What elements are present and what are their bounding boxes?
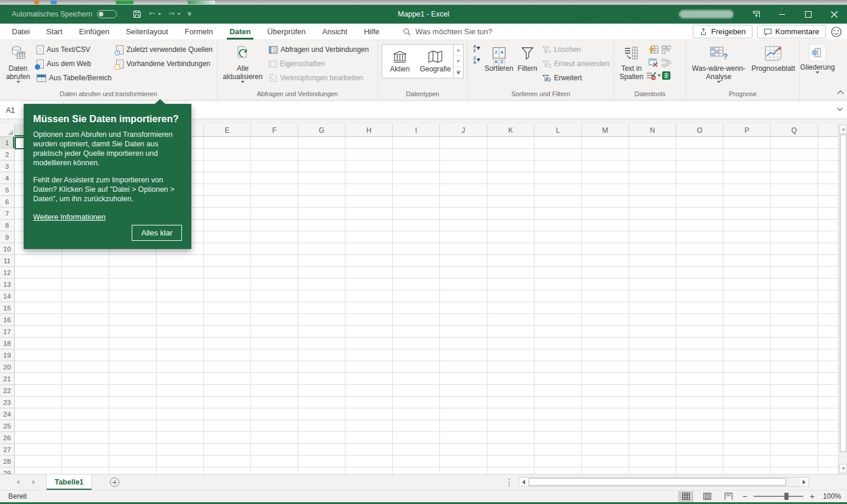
scroll-down-button[interactable] xyxy=(839,464,847,473)
row-header-7[interactable]: 7 xyxy=(0,208,14,220)
forecast-sheet-button[interactable]: Prognoseblatt xyxy=(749,42,797,73)
page-layout-view-button[interactable] xyxy=(699,491,715,502)
gallery-down-icon[interactable] xyxy=(454,56,463,67)
zoom-slider[interactable] xyxy=(754,496,803,497)
tab-formeln[interactable]: Formeln xyxy=(177,24,221,40)
refresh-all-button[interactable]: Alle aktualisieren xyxy=(219,42,266,83)
column-header-I[interactable]: I xyxy=(393,124,440,136)
row-header-8[interactable]: 8 xyxy=(0,220,14,231)
row-header-12[interactable]: 12 xyxy=(0,267,14,279)
relationships-button[interactable] xyxy=(662,58,671,67)
zoom-in-button[interactable]: + xyxy=(809,492,815,501)
close-button[interactable] xyxy=(821,5,847,24)
row-header-28[interactable]: 28 xyxy=(0,456,14,467)
callout-ok-button[interactable]: Alles klar xyxy=(132,225,182,241)
row-header-15[interactable]: 15 xyxy=(0,302,14,314)
row-header-5[interactable]: 5 xyxy=(0,184,14,196)
previous-sheet-icon[interactable] xyxy=(17,480,19,485)
geography-datatype-button[interactable]: Geografie xyxy=(418,45,453,78)
zoom-level[interactable]: 100% xyxy=(821,492,841,500)
data-validation-dropdown-icon[interactable] xyxy=(657,74,661,77)
column-header-G[interactable]: G xyxy=(298,124,346,136)
row-header-13[interactable]: 13 xyxy=(0,279,14,290)
zoom-out-button[interactable]: − xyxy=(742,492,748,501)
column-header-P[interactable]: P xyxy=(724,124,771,136)
scroll-up-button[interactable] xyxy=(839,125,847,134)
sort-button[interactable]: ZAAZ Sortieren xyxy=(483,42,515,73)
manage-data-model-button[interactable] xyxy=(662,71,671,80)
row-header-29[interactable]: 29 xyxy=(0,467,14,474)
gallery-scrollbar[interactable] xyxy=(453,45,463,78)
row-header-18[interactable]: 18 xyxy=(0,338,14,349)
gallery-more-icon[interactable] xyxy=(454,67,463,78)
tab-seitenlayout[interactable]: Seitenlayout xyxy=(118,24,177,40)
row-header-16[interactable]: 16 xyxy=(0,314,14,326)
row-header-11[interactable]: 11 xyxy=(0,255,14,267)
existing-connections-button[interactable]: Vorhandene Verbindungen xyxy=(114,57,215,71)
new-sheet-button[interactable] xyxy=(110,477,119,487)
page-break-preview-button[interactable] xyxy=(721,491,736,502)
sheet-tab-tabelle1[interactable]: Tabelle1 xyxy=(46,474,92,490)
column-header-Q[interactable]: Q xyxy=(771,124,818,136)
row-header-10[interactable]: 10 xyxy=(0,243,14,255)
row-header-4[interactable]: 4 xyxy=(0,172,14,184)
next-sheet-icon[interactable] xyxy=(32,480,35,485)
tab-überprüfen[interactable]: Überprüfen xyxy=(259,24,314,40)
select-all-corner[interactable] xyxy=(0,124,15,137)
tab-einfügen[interactable]: Einfügen xyxy=(71,24,118,40)
row-header-1[interactable]: 1 xyxy=(0,137,14,149)
tab-daten[interactable]: Daten xyxy=(221,24,259,40)
vertical-scroll-thumb[interactable] xyxy=(840,135,846,452)
consolidate-button[interactable] xyxy=(662,45,671,54)
row-header-27[interactable]: 27 xyxy=(0,444,14,456)
what-if-analysis-button[interactable]: ? Was-wäre-wenn-Analyse xyxy=(688,42,749,83)
column-header-F[interactable]: F xyxy=(251,124,298,136)
text-to-columns-button[interactable]: Text in Spalten xyxy=(616,42,647,81)
gallery-up-icon[interactable] xyxy=(454,45,463,56)
autosave-toggle[interactable] xyxy=(97,10,117,18)
data-validation-button[interactable] xyxy=(646,71,661,80)
row-header-9[interactable]: 9 xyxy=(0,231,14,243)
column-header-O[interactable]: O xyxy=(676,124,724,136)
filter-button[interactable]: Filtern xyxy=(515,42,540,73)
from-text-csv-button[interactable]: Aus Text/CSV xyxy=(34,42,114,57)
vertical-scrollbar[interactable] xyxy=(838,124,847,474)
column-header-K[interactable]: K xyxy=(487,124,535,136)
row-header-23[interactable]: 23 xyxy=(0,397,14,408)
row-header-6[interactable]: 6 xyxy=(0,196,14,208)
row-header-2[interactable]: 2 xyxy=(0,149,14,161)
horizontal-scroll-thumb[interactable] xyxy=(529,478,786,486)
scroll-right-button[interactable] xyxy=(800,477,809,486)
collapse-ribbon-icon[interactable] xyxy=(796,90,803,94)
advanced-filter-button[interactable]: Erweitert xyxy=(540,71,612,85)
comments-button[interactable]: Kommentare xyxy=(757,25,826,38)
share-button[interactable]: Freigeben xyxy=(693,25,752,38)
row-header-3[interactable]: 3 xyxy=(0,161,14,172)
tab-ansicht[interactable]: Ansicht xyxy=(314,24,356,40)
row-header-20[interactable]: 20 xyxy=(0,361,14,373)
row-header-17[interactable]: 17 xyxy=(0,326,14,338)
user-name-redacted[interactable] xyxy=(679,10,734,18)
tell-me-search[interactable]: Was möchten Sie tun? xyxy=(403,27,492,36)
sort-ascending-button[interactable]: AZ xyxy=(473,44,480,53)
column-header-N[interactable]: N xyxy=(629,124,676,136)
zoom-slider-thumb[interactable] xyxy=(784,493,789,500)
learn-more-link[interactable]: Weitere Informationen xyxy=(33,213,106,221)
tab-datei[interactable]: Datei xyxy=(4,24,38,40)
flash-fill-button[interactable] xyxy=(649,45,659,54)
horizontal-scrollbar[interactable] xyxy=(519,477,809,487)
row-header-21[interactable]: 21 xyxy=(0,373,14,385)
tab-start[interactable]: Start xyxy=(38,24,70,40)
normal-view-button[interactable] xyxy=(678,491,693,502)
stocks-datatype-button[interactable]: Aktien xyxy=(382,45,418,78)
feedback-smiley-icon[interactable] xyxy=(830,26,842,38)
queries-connections-button[interactable]: Abfragen und Verbindungen xyxy=(266,42,371,57)
row-header-24[interactable]: 24 xyxy=(0,408,14,420)
remove-duplicates-button[interactable] xyxy=(649,58,659,67)
column-header-L[interactable]: L xyxy=(535,124,582,136)
expand-formula-bar-icon[interactable] xyxy=(836,107,843,112)
row-header-14[interactable]: 14 xyxy=(0,290,14,302)
sort-descending-button[interactable]: ZA xyxy=(473,56,480,64)
minimize-button[interactable] xyxy=(769,5,795,24)
row-header-25[interactable]: 25 xyxy=(0,420,14,432)
